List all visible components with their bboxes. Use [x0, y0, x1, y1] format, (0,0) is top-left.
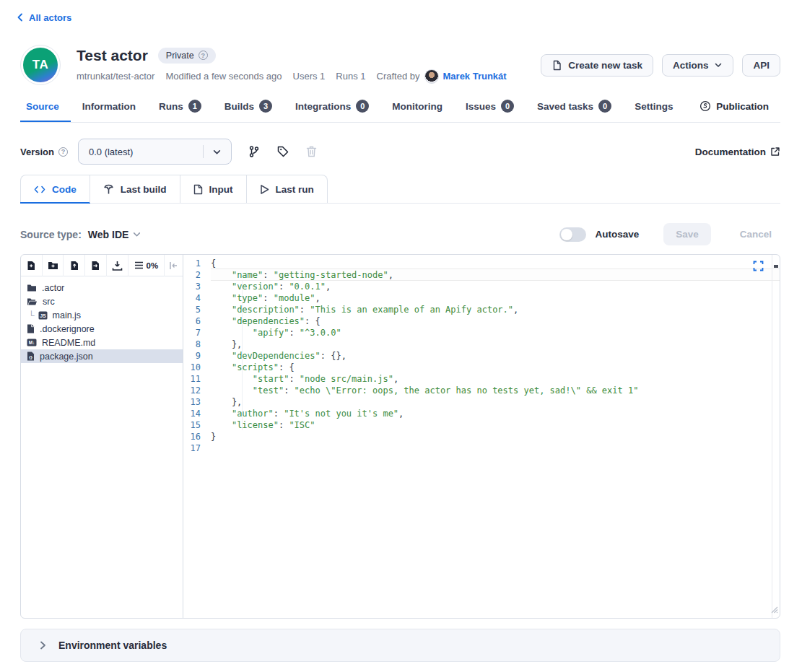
actions-button[interactable]: Actions	[662, 54, 734, 77]
zoom-percent: 0%	[147, 261, 159, 270]
subtab-input[interactable]: Input	[180, 175, 247, 203]
document-icon	[193, 184, 203, 195]
tab-publication[interactable]: Publication	[699, 100, 769, 121]
file-tree-item-.actor[interactable]: .actor	[21, 281, 183, 294]
code-line[interactable]: 4 "type": "module",	[183, 292, 780, 304]
documentation-label: Documentation	[695, 147, 766, 157]
tab-settings[interactable]: Settings	[623, 101, 684, 121]
code-line[interactable]: 13 },	[183, 396, 780, 408]
svg-text:JS: JS	[40, 313, 46, 318]
vertical-scrollbar[interactable]	[772, 255, 780, 618]
rename-file-button[interactable]	[85, 255, 107, 276]
version-selected-value: 0.0 (latest)	[79, 147, 203, 157]
code-line[interactable]: 8 },	[183, 339, 780, 350]
external-link-icon	[770, 147, 780, 157]
actor-avatar-initials: TA	[23, 48, 58, 82]
save-button[interactable]: Save	[663, 223, 711, 245]
version-help-icon[interactable]: ?	[58, 147, 68, 157]
tab-information[interactable]: Information	[71, 101, 147, 121]
actor-avatar: TA	[20, 45, 61, 85]
chevron-down-icon	[132, 230, 141, 239]
tab-badge: 0	[501, 100, 514, 113]
autosave-toggle[interactable]	[559, 227, 586, 242]
source-type-select[interactable]: Web IDE	[88, 229, 142, 240]
tree-connector: └	[28, 310, 35, 320]
file-name: package.json	[40, 352, 93, 362]
collapse-sidebar-button[interactable]	[165, 255, 183, 276]
file-tree-item-.dockerignore[interactable]: .dockerignore	[21, 322, 183, 336]
git-branch-button[interactable]	[248, 145, 261, 158]
runs-count: Runs 1	[336, 71, 365, 82]
autosave-label: Autosave	[595, 229, 639, 240]
tab-saved-tasks[interactable]: Saved tasks0	[526, 100, 623, 122]
download-button[interactable]	[107, 255, 128, 276]
breadcrumb[interactable]: All actors	[14, 12, 71, 23]
line-content: "scripts": {	[211, 362, 780, 373]
upload-file-button[interactable]	[64, 255, 85, 276]
subtab-last-build[interactable]: Last build	[90, 175, 180, 203]
version-select[interactable]: 0.0 (latest)	[78, 139, 232, 165]
code-line[interactable]: 5 "description": "This is an example of …	[183, 304, 780, 315]
code-line[interactable]: 7 "apify": "^3.0.0"	[183, 327, 780, 339]
line-number: 8	[183, 339, 211, 350]
file-tree-item-src[interactable]: src	[21, 294, 183, 308]
code-line[interactable]: 10 "scripts": {	[183, 362, 780, 373]
zoom-control[interactable]: 0%	[128, 255, 165, 276]
actor-path: mtrunkat/test-actor	[77, 71, 154, 82]
create-new-task-button[interactable]: Create new task	[541, 54, 653, 77]
environment-variables-section[interactable]: Environment variables	[20, 629, 780, 662]
tab-badge: 0	[598, 100, 611, 113]
tab-label: Issues	[466, 101, 496, 112]
build-icon	[103, 184, 114, 195]
tab-source[interactable]: Source	[20, 101, 71, 121]
subtab-last-run[interactable]: Last run	[246, 175, 328, 203]
file-tree-item-main.js[interactable]: └JSmain.js	[21, 308, 183, 322]
documentation-link[interactable]: Documentation	[695, 147, 780, 157]
new-file-button[interactable]	[21, 255, 43, 276]
code-line[interactable]: 2 "name": "getting-started-node",	[183, 269, 780, 281]
subtab-code[interactable]: Code	[20, 175, 90, 203]
code-line[interactable]: 15 "license": "ISC"	[183, 419, 780, 431]
code-line[interactable]: 1{	[183, 258, 780, 269]
api-button[interactable]: API	[742, 54, 780, 77]
tab-badge: 0	[356, 100, 369, 113]
help-icon[interactable]: ?	[199, 51, 208, 60]
tab-monitoring[interactable]: Monitoring	[380, 101, 454, 121]
code-area[interactable]: 1{2 "name": "getting-started-node",3 "ve…	[183, 255, 780, 618]
tab-integrations[interactable]: Integrations0	[284, 100, 380, 122]
code-line[interactable]: 16}	[183, 431, 780, 442]
delete-version-button[interactable]	[305, 145, 318, 158]
resize-handle[interactable]	[770, 605, 778, 616]
tab-issues[interactable]: Issues0	[454, 100, 526, 122]
code-line[interactable]: 11 "start": "node src/main.js",	[183, 373, 780, 385]
page-title: Test actor	[77, 47, 148, 64]
file-tree-item-readme.md[interactable]: M↓README.md	[21, 336, 183, 349]
chevron-down-icon[interactable]	[204, 147, 231, 157]
code-line[interactable]: 14 "author": "It's not you it's me",	[183, 408, 780, 419]
line-content: "author": "It's not you it's me",	[211, 408, 780, 419]
code-line[interactable]: 12 "test": "echo \"Error: oops, the acto…	[183, 385, 780, 396]
chevron-left-icon	[14, 12, 26, 23]
users-count: Users 1	[293, 71, 326, 82]
file-file-icon	[27, 324, 35, 333]
source-type-label: Source type:	[20, 229, 82, 240]
line-number: 15	[183, 419, 211, 431]
tag-button[interactable]	[276, 145, 289, 158]
new-folder-button[interactable]	[43, 255, 64, 276]
trash-icon	[305, 145, 318, 158]
code-line[interactable]: 6 "dependencies": {	[183, 315, 780, 327]
scrollbar-thumb[interactable]	[774, 265, 778, 268]
tab-builds[interactable]: Builds3	[213, 100, 284, 122]
code-line[interactable]: 17	[183, 442, 780, 454]
actions-label: Actions	[673, 60, 709, 71]
line-content: "test": "echo \"Error: oops, the actor h…	[211, 385, 780, 396]
file-tree-item-package.json[interactable]: {}package.json	[21, 349, 183, 363]
tab-runs[interactable]: Runs1	[147, 100, 213, 122]
author-link[interactable]: Marek Trunkát	[443, 71, 507, 82]
file-tree: 0% .actorsrc└JSmain.js.dockerignoreM↓REA…	[21, 255, 183, 618]
private-badge-label: Private	[166, 51, 194, 61]
fullscreen-button[interactable]	[753, 261, 764, 274]
code-line[interactable]: 9 "devDependencies": {},	[183, 350, 780, 362]
code-line[interactable]: 3 "version": "0.0.1",	[183, 281, 780, 292]
cancel-button[interactable]: Cancel	[731, 229, 780, 240]
